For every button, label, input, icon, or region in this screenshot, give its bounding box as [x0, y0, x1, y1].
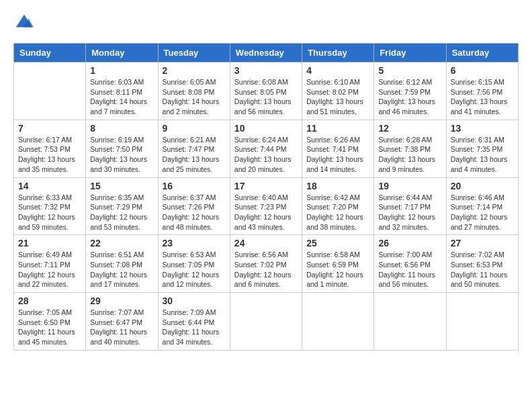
day-detail: Sunrise: 7:09 AMSunset: 6:44 PMDaylight:…: [163, 308, 226, 347]
calendar-cell: 8Sunrise: 6:19 AMSunset: 7:50 PMDaylight…: [86, 120, 158, 177]
day-detail: Sunrise: 6:19 AMSunset: 7:50 PMDaylight:…: [90, 135, 153, 175]
day-number: 16: [163, 181, 226, 191]
day-detail: Sunrise: 6:46 AMSunset: 7:14 PMDaylight:…: [451, 193, 514, 232]
day-detail: Sunrise: 6:03 AMSunset: 8:11 PMDaylight:…: [90, 77, 153, 117]
day-number: 15: [90, 181, 153, 191]
calendar-cell: 15Sunrise: 6:35 AMSunset: 7:29 PMDayligh…: [86, 177, 158, 235]
day-number: 10: [234, 123, 298, 134]
calendar-cell: [446, 293, 518, 351]
day-detail: Sunrise: 6:35 AMSunset: 7:29 PMDaylight:…: [90, 193, 153, 232]
day-detail: Sunrise: 6:12 AMSunset: 7:59 PMDaylight:…: [378, 77, 441, 117]
day-detail: Sunrise: 6:08 AMSunset: 8:05 PMDaylight:…: [234, 77, 298, 117]
day-number: 17: [234, 181, 298, 191]
header-row: SundayMondayTuesdayWednesdayThursdayFrid…: [14, 44, 519, 62]
calendar-cell: 3Sunrise: 6:08 AMSunset: 8:05 PMDaylight…: [230, 62, 302, 120]
col-header-wednesday: Wednesday: [230, 44, 302, 62]
day-detail: Sunrise: 7:00 AMSunset: 6:56 PMDaylight:…: [378, 250, 441, 289]
day-number: 19: [378, 181, 441, 191]
calendar-cell: 6Sunrise: 6:15 AMSunset: 7:56 PMDaylight…: [446, 62, 518, 120]
day-detail: Sunrise: 6:24 AMSunset: 7:44 PMDaylight:…: [234, 135, 298, 175]
day-detail: Sunrise: 6:42 AMSunset: 7:20 PMDaylight:…: [306, 193, 369, 232]
calendar-cell: 10Sunrise: 6:24 AMSunset: 7:44 PMDayligh…: [230, 120, 302, 177]
col-header-tuesday: Tuesday: [158, 44, 230, 62]
day-number: 23: [163, 238, 226, 248]
calendar-cell: 21Sunrise: 6:49 AMSunset: 7:11 PMDayligh…: [14, 235, 86, 293]
calendar-cell: 28Sunrise: 7:05 AMSunset: 6:50 PMDayligh…: [14, 293, 86, 351]
day-number: 9: [163, 123, 226, 134]
week-row-5: 28Sunrise: 7:05 AMSunset: 6:50 PMDayligh…: [14, 293, 519, 351]
calendar-cell: 24Sunrise: 6:56 AMSunset: 7:02 PMDayligh…: [230, 235, 302, 293]
calendar-cell: 23Sunrise: 6:53 AMSunset: 7:05 PMDayligh…: [158, 235, 230, 293]
day-number: 7: [18, 123, 81, 134]
calendar-cell: 18Sunrise: 6:42 AMSunset: 7:20 PMDayligh…: [302, 177, 374, 235]
calendar-cell: 16Sunrise: 6:37 AMSunset: 7:26 PMDayligh…: [158, 177, 230, 235]
calendar-cell: 19Sunrise: 6:44 AMSunset: 7:17 PMDayligh…: [374, 177, 446, 235]
day-detail: Sunrise: 7:02 AMSunset: 6:53 PMDaylight:…: [451, 250, 514, 289]
calendar-cell: 20Sunrise: 6:46 AMSunset: 7:14 PMDayligh…: [446, 177, 518, 235]
day-detail: Sunrise: 6:44 AMSunset: 7:17 PMDaylight:…: [378, 193, 441, 232]
day-number: 1: [90, 65, 153, 76]
week-row-4: 21Sunrise: 6:49 AMSunset: 7:11 PMDayligh…: [14, 235, 519, 293]
day-number: 12: [378, 123, 441, 134]
day-detail: Sunrise: 6:28 AMSunset: 7:38 PMDaylight:…: [378, 135, 441, 175]
day-detail: Sunrise: 6:10 AMSunset: 8:02 PMDaylight:…: [306, 77, 369, 117]
logo-icon: [15, 13, 34, 32]
day-number: 8: [90, 123, 153, 134]
calendar-cell: 5Sunrise: 6:12 AMSunset: 7:59 PMDaylight…: [374, 62, 446, 120]
calendar-cell: [230, 293, 302, 351]
col-header-sunday: Sunday: [14, 44, 86, 62]
day-detail: Sunrise: 6:49 AMSunset: 7:11 PMDaylight:…: [18, 250, 81, 289]
day-number: 3: [234, 65, 298, 76]
day-number: 6: [451, 65, 514, 76]
week-row-2: 7Sunrise: 6:17 AMSunset: 7:53 PMDaylight…: [14, 120, 519, 177]
day-number: 20: [451, 181, 514, 191]
col-header-friday: Friday: [374, 44, 446, 62]
day-number: 28: [18, 295, 81, 306]
calendar-cell: 12Sunrise: 6:28 AMSunset: 7:38 PMDayligh…: [374, 120, 446, 177]
day-detail: Sunrise: 6:40 AMSunset: 7:23 PMDaylight:…: [234, 193, 298, 232]
calendar-cell: 27Sunrise: 7:02 AMSunset: 6:53 PMDayligh…: [446, 235, 518, 293]
col-header-thursday: Thursday: [302, 44, 374, 62]
day-detail: Sunrise: 6:56 AMSunset: 7:02 PMDaylight:…: [234, 250, 298, 289]
calendar-cell: 25Sunrise: 6:58 AMSunset: 6:59 PMDayligh…: [302, 235, 374, 293]
day-number: 26: [378, 238, 441, 248]
calendar-cell: [302, 293, 374, 351]
day-number: 2: [163, 65, 226, 76]
day-number: 5: [378, 65, 441, 76]
day-number: 11: [306, 123, 369, 134]
col-header-saturday: Saturday: [446, 44, 518, 62]
calendar-cell: 14Sunrise: 6:33 AMSunset: 7:32 PMDayligh…: [14, 177, 86, 235]
calendar-cell: 9Sunrise: 6:21 AMSunset: 7:47 PMDaylight…: [158, 120, 230, 177]
calendar-cell: 2Sunrise: 6:05 AMSunset: 8:08 PMDaylight…: [158, 62, 230, 120]
calendar-cell: 17Sunrise: 6:40 AMSunset: 7:23 PMDayligh…: [230, 177, 302, 235]
calendar-cell: 13Sunrise: 6:31 AMSunset: 7:35 PMDayligh…: [446, 120, 518, 177]
calendar-cell: [374, 293, 446, 351]
day-number: 14: [18, 181, 81, 191]
week-row-3: 14Sunrise: 6:33 AMSunset: 7:32 PMDayligh…: [14, 177, 519, 235]
calendar-table: SundayMondayTuesdayWednesdayThursdayFrid…: [13, 43, 519, 351]
calendar-cell: 22Sunrise: 6:51 AMSunset: 7:08 PMDayligh…: [86, 235, 158, 293]
day-detail: Sunrise: 7:05 AMSunset: 6:50 PMDaylight:…: [18, 308, 81, 347]
calendar-cell: 4Sunrise: 6:10 AMSunset: 8:02 PMDaylight…: [302, 62, 374, 120]
week-row-1: 1Sunrise: 6:03 AMSunset: 8:11 PMDaylight…: [14, 62, 519, 120]
day-number: 22: [90, 238, 153, 248]
day-detail: Sunrise: 6:26 AMSunset: 7:41 PMDaylight:…: [306, 135, 369, 175]
logo: [13, 13, 34, 32]
calendar-cell: 26Sunrise: 7:00 AMSunset: 6:56 PMDayligh…: [374, 235, 446, 293]
day-detail: Sunrise: 7:07 AMSunset: 6:47 PMDaylight:…: [90, 308, 153, 347]
day-detail: Sunrise: 6:51 AMSunset: 7:08 PMDaylight:…: [90, 250, 153, 289]
day-number: 24: [234, 238, 298, 248]
calendar-cell: 11Sunrise: 6:26 AMSunset: 7:41 PMDayligh…: [302, 120, 374, 177]
col-header-monday: Monday: [86, 44, 158, 62]
calendar-cell: [14, 62, 86, 120]
page-header: [13, 13, 519, 32]
day-number: 25: [306, 238, 369, 248]
calendar-cell: 7Sunrise: 6:17 AMSunset: 7:53 PMDaylight…: [14, 120, 86, 177]
day-number: 29: [90, 295, 153, 306]
calendar-cell: 1Sunrise: 6:03 AMSunset: 8:11 PMDaylight…: [86, 62, 158, 120]
day-detail: Sunrise: 6:33 AMSunset: 7:32 PMDaylight:…: [18, 193, 81, 232]
day-number: 18: [306, 181, 369, 191]
day-detail: Sunrise: 6:31 AMSunset: 7:35 PMDaylight:…: [451, 135, 514, 175]
day-detail: Sunrise: 6:17 AMSunset: 7:53 PMDaylight:…: [18, 135, 81, 175]
day-detail: Sunrise: 6:58 AMSunset: 6:59 PMDaylight:…: [306, 250, 369, 289]
